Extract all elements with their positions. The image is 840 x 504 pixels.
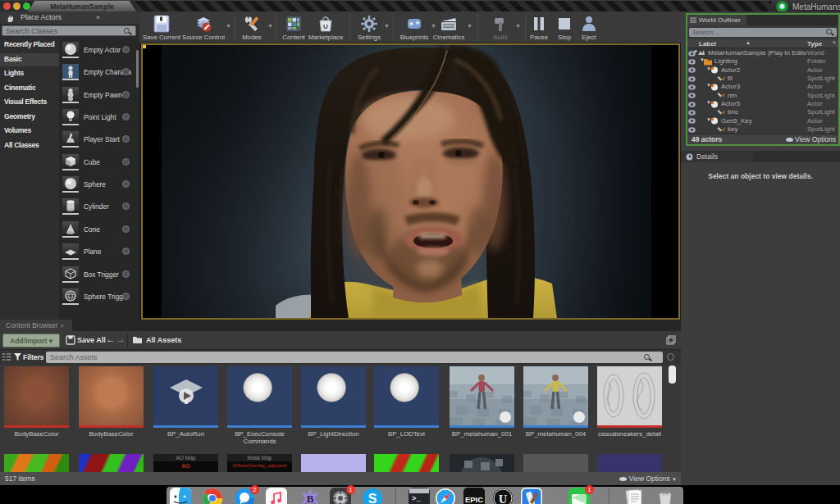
svg-text:U: U xyxy=(323,23,328,30)
svg-text:U: U xyxy=(499,493,507,504)
svg-text:B: B xyxy=(307,493,314,504)
svg-text:EPIC: EPIC xyxy=(465,495,483,504)
svg-text:S: S xyxy=(368,492,377,504)
svg-text:>_: >_ xyxy=(412,495,421,503)
